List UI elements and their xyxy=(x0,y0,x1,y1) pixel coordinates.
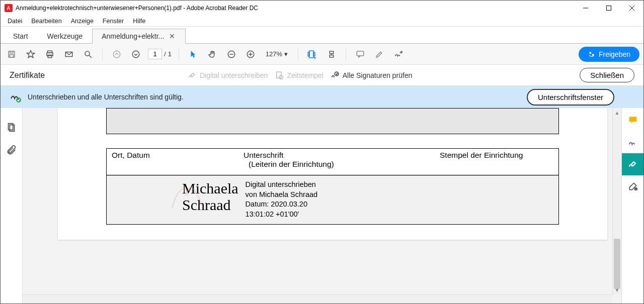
menu-edit[interactable]: Bearbeiten xyxy=(28,17,64,26)
svg-point-36 xyxy=(335,72,339,76)
scrollbar-thumb[interactable] xyxy=(614,239,620,289)
annotate-tool-icon[interactable] xyxy=(622,109,644,131)
col-unterschrift-sub: (Leiterin der Einrichtung) xyxy=(244,160,430,172)
document-viewport[interactable]: Ort, Datum Unterschrift (Leiterin der Ei… xyxy=(23,108,621,303)
left-sidebar xyxy=(1,108,23,303)
svg-point-16 xyxy=(113,51,120,58)
svg-rect-30 xyxy=(357,51,364,56)
svg-marker-41 xyxy=(631,122,632,123)
col-unterschrift: Unterschrift (Leiterin der Einrichtung) xyxy=(238,149,435,175)
signer-firstname: Michaela xyxy=(182,180,238,196)
window-controls xyxy=(574,1,643,16)
page-indicator: / 1 xyxy=(148,49,172,59)
menu-window[interactable]: Fenster xyxy=(100,17,127,26)
window-titlebar: A Anmeldung+elektrotechnisch+unterwiesen… xyxy=(1,1,643,16)
svg-rect-40 xyxy=(629,117,636,122)
main-toolbar: / 1 127%▾ ▾ Freigeben xyxy=(1,44,643,65)
sig-meta-line2: von Michaela Schraad xyxy=(246,190,317,200)
tab-start[interactable]: Start xyxy=(4,28,38,43)
signature-panel-button[interactable]: Unterschriftsfenster xyxy=(527,89,614,106)
sig-meta-line3: Datum: 2020.03.20 xyxy=(246,199,317,210)
scroll-down-arrow[interactable]: ▼ xyxy=(613,285,621,294)
svg-rect-33 xyxy=(277,72,281,78)
zoom-dropdown[interactable]: 127%▾ xyxy=(263,49,291,59)
document-tabs: Start Werkzeuge Anmeldung+elektr... ✕ xyxy=(1,27,643,44)
toolbar-separator xyxy=(179,48,179,61)
signature-metadata: Digital unterschrieben von Michaela Schr… xyxy=(246,180,317,219)
select-tool-icon[interactable] xyxy=(186,47,200,61)
zoom-out-icon[interactable] xyxy=(224,47,238,61)
signer-lastname: Schraad xyxy=(182,196,238,213)
pdf-upper-box xyxy=(106,108,559,134)
tab-document-label: Anmeldung+elektr... xyxy=(102,32,164,40)
toolbar-separator xyxy=(102,48,103,61)
svg-rect-27 xyxy=(330,51,334,54)
window-title: Anmeldung+elektrotechnisch+unterwiesener… xyxy=(16,5,574,12)
pdf-page: Ort, Datum Unterschrift (Leiterin der Ei… xyxy=(58,108,607,240)
toolbar-separator xyxy=(298,48,298,61)
star-icon[interactable] xyxy=(24,47,38,61)
sig-meta-line4: 13:01:02 +01'00' xyxy=(246,210,317,220)
digital-signature-field[interactable]: Michaela Schraad Digital unterschrieben … xyxy=(107,175,558,224)
more-tools-icon[interactable] xyxy=(622,175,644,197)
tab-close-icon[interactable]: ✕ xyxy=(168,32,176,40)
certificates-toolbar: Zertifikate Digital unterschreiben Zeits… xyxy=(1,65,643,86)
page-total: 1 xyxy=(168,50,172,58)
digital-sign-button[interactable]: Digital unterschreiben xyxy=(188,71,268,80)
certificates-title: Zertifikate xyxy=(10,71,181,80)
horizontal-scrollbar[interactable] xyxy=(23,294,612,303)
menu-help[interactable]: Hilfe xyxy=(130,17,148,26)
verify-signatures-button[interactable]: Alle Signaturen prüfen xyxy=(331,71,413,80)
hand-tool-icon[interactable] xyxy=(205,47,219,61)
certificates-close-button[interactable]: Schließen xyxy=(580,68,634,82)
svg-marker-18 xyxy=(191,51,195,58)
svg-text:A: A xyxy=(7,5,11,11)
signature-valid-icon xyxy=(10,91,22,103)
window-minimize-button[interactable] xyxy=(574,1,597,16)
share-button[interactable]: Freigeben xyxy=(579,47,639,62)
zoom-in-icon[interactable] xyxy=(244,47,258,61)
page-sep: / xyxy=(164,50,166,58)
menubar: Datei Bearbeiten Anzeige Fenster Hilfe xyxy=(1,16,643,27)
chevron-down-icon: ▾ xyxy=(284,50,288,58)
scroll-mode-icon[interactable] xyxy=(325,47,339,61)
window-maximize-button[interactable] xyxy=(597,1,620,16)
certificates-tool-icon[interactable] xyxy=(622,153,644,175)
menu-file[interactable]: Datei xyxy=(5,17,25,26)
app-icon: A xyxy=(5,4,13,12)
zoom-value: 127% xyxy=(266,50,282,58)
content-area: ◀ Ort, Datum Unterschrift (Leiterin der … xyxy=(1,108,643,303)
vertical-scrollbar[interactable]: ▲ ▼ xyxy=(612,108,621,294)
svg-line-15 xyxy=(89,55,92,58)
page-down-icon[interactable] xyxy=(129,47,143,61)
signature-table: Ort, Datum Unterschrift (Leiterin der Ei… xyxy=(106,148,559,225)
mail-icon[interactable] xyxy=(62,47,76,61)
timestamp-button[interactable]: Zeitstempel xyxy=(275,71,323,80)
sig-meta-line1: Digital unterschrieben xyxy=(246,180,317,190)
right-tools-rail xyxy=(621,108,643,303)
col-ort-datum: Ort, Datum xyxy=(107,149,238,175)
menu-view[interactable]: Anzeige xyxy=(68,17,97,26)
fit-width-icon[interactable]: ▾ xyxy=(305,47,319,61)
fill-sign-tool-icon[interactable] xyxy=(622,131,644,153)
thumbnails-icon[interactable] xyxy=(6,122,17,133)
verify-signatures-label: Alle Signaturen prüfen xyxy=(343,71,413,79)
scroll-up-arrow[interactable]: ▲ xyxy=(613,108,621,117)
sign-icon[interactable] xyxy=(391,47,406,61)
save-icon[interactable] xyxy=(5,47,19,61)
svg-point-17 xyxy=(132,51,139,58)
comment-icon[interactable] xyxy=(353,47,367,61)
print-icon[interactable] xyxy=(43,47,57,61)
page-current-input[interactable] xyxy=(148,49,162,59)
tab-start-label: Start xyxy=(13,32,28,40)
find-icon[interactable] xyxy=(81,47,95,61)
share-button-label: Freigeben xyxy=(599,50,630,58)
window-close-button[interactable] xyxy=(620,1,643,16)
tab-document[interactable]: Anmeldung+elektr... ✕ xyxy=(92,29,186,44)
tab-tools[interactable]: Werkzeuge xyxy=(38,28,93,43)
page-up-icon[interactable] xyxy=(110,47,124,61)
col-stempel: Stempel der Einrichtung xyxy=(435,149,558,175)
highlight-icon[interactable] xyxy=(372,47,386,61)
attachments-icon[interactable] xyxy=(6,145,17,156)
svg-rect-3 xyxy=(607,6,611,11)
